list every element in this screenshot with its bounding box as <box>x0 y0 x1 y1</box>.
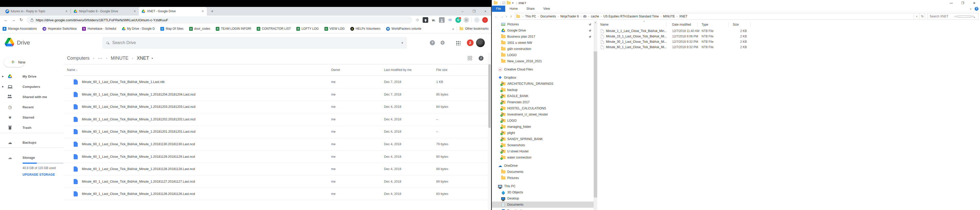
search-options-caret-icon[interactable]: ▾ <box>401 41 403 45</box>
chevron-right-icon[interactable]: ▶ <box>2 75 4 78</box>
drive-file-row[interactable]: Minute_60_1_Last_Close_Tick_BidAsk_Minut… <box>64 163 491 175</box>
bookmark-lofty-log[interactable]: LOFTY LOG <box>296 27 318 31</box>
bookmark-my-drive-google-d[interactable]: My Drive - Google D <box>122 27 155 30</box>
tree-item-pictures[interactable]: Pictures <box>492 175 594 181</box>
tree-item-financials-2017[interactable]: ✓ Financials 2017 <box>492 99 594 105</box>
grid-view-toggle-icon[interactable] <box>468 56 472 60</box>
bookmark-manage-associations[interactable]: AManage Associations <box>3 27 37 31</box>
bookmark-hoperator-switchboa[interactable]: ⊘Hoperator Switchboa <box>43 27 76 31</box>
drive-file-row[interactable]: Minute_60_1_Last_Close_Tick_BidAsk_Minut… <box>64 175 491 188</box>
reload-button[interactable]: ↻ <box>18 17 25 23</box>
tree-scrollbar-thumb[interactable] <box>594 51 597 197</box>
bookmark-map-of-sites[interactable]: ≡Map Of Sites <box>160 27 183 31</box>
tree-item-logo[interactable]: LOGO <box>492 52 594 58</box>
bookmark-helpx-volunteers[interactable]: xHELPx Volunteers <box>350 27 380 31</box>
explorer-recent-dropdown-icon[interactable]: ∨ <box>505 15 508 18</box>
column-separator[interactable] <box>750 22 751 27</box>
drive-file-row[interactable]: Minute_60_1_Last_Close_Tick_BidAsk_Minut… <box>64 88 491 101</box>
drive-search-box[interactable]: Search Drive ▾ <box>102 37 407 49</box>
explorer-column-name[interactable]: Name <box>600 23 608 26</box>
bookmark-homebase-schedul[interactable]: hHomebase - Schedul <box>82 27 116 31</box>
lightbulb-extension-icon[interactable] <box>423 17 428 23</box>
tab-close-icon[interactable]: × <box>133 9 137 13</box>
sidebar-item-my-drive[interactable]: ▶ My Drive <box>0 71 64 82</box>
new-button[interactable]: New <box>4 58 24 67</box>
address-dropdown-icon[interactable]: ∨ <box>914 13 920 20</box>
explorer-forward-button[interactable]: → <box>499 14 505 18</box>
ribbon-collapse-icon[interactable]: ∨ <box>970 7 972 10</box>
explorer-help-icon[interactable]: ? <box>975 7 978 11</box>
drive-file-row[interactable]: Minute_60_1_Last_Close_Tick_BidAsk_Minut… <box>64 76 491 88</box>
address-bar[interactable]: https://drive.google.com/drive/u/0/folde… <box>27 16 412 24</box>
mail-extension-icon[interactable]: ✉ <box>447 17 453 23</box>
breadcrumb-segment[interactable]: ··· <box>98 56 102 61</box>
address-separator-icon[interactable]: › <box>587 15 590 18</box>
back-button[interactable]: ← <box>3 17 9 23</box>
tab-close-icon[interactable]: × <box>64 9 68 13</box>
drive-logo[interactable]: Drive <box>0 38 64 47</box>
breadcrumb-caret-icon[interactable]: ▾ <box>152 57 153 60</box>
quick-access-caret-icon[interactable]: ▾ <box>512 1 514 5</box>
tree-item-documents[interactable]: Documents <box>492 169 594 175</box>
tree-item-desktop[interactable]: Desktop <box>492 196 594 202</box>
address-segment[interactable]: cache <box>590 14 600 18</box>
sidebar-item-storage[interactable]: ☁ Storage <box>0 152 64 163</box>
sidebar-item-shared-with-me[interactable]: Shared with me <box>0 92 64 102</box>
address-separator-icon[interactable]: › <box>537 15 540 18</box>
explorer-up-button[interactable]: ↑ <box>508 14 514 18</box>
address-separator-icon[interactable]: › <box>557 15 559 18</box>
address-refresh-icon[interactable]: ↻ <box>920 13 925 20</box>
grammarly-extension-icon[interactable]: G <box>455 17 461 23</box>
drive-file-row[interactable]: Minute_60_1_Last_Close_Tick_BidAsk_Minut… <box>64 101 491 113</box>
new-tab-button[interactable]: + <box>209 8 216 14</box>
tree-item-1931-u-street-nw[interactable]: 1931 u street NW <box>492 40 594 46</box>
explorer-column-date-modified[interactable]: Date modified <box>672 23 691 26</box>
bookmark-contractor-list[interactable]: CONTRACTOR LIST <box>257 27 291 31</box>
address-segment[interactable]: US Equities RTH.Eastern Standard Time <box>603 14 660 18</box>
chevron-right-icon[interactable]: ▶ <box>2 85 4 88</box>
tree-item-hostel-calculations[interactable]: ✓ HOSTEL_CALCULATIONS <box>492 105 594 111</box>
bookmark-door-codes[interactable]: door_codes <box>189 27 210 31</box>
breadcrumb-segment[interactable]: MINUTE <box>111 56 128 61</box>
menu-share[interactable]: Share <box>522 6 539 12</box>
browser-restore-button[interactable]: ❐ <box>468 9 480 14</box>
sidebar-item-backups[interactable]: ☁ Backups <box>0 137 64 147</box>
column-name[interactable]: Name ↓ <box>67 68 78 72</box>
explorer-file-row[interactable]: Minute_60_1_Last_Close_Tick_BidAsk_Mi...… <box>597 45 980 50</box>
settings-button[interactable]: ⚙ <box>438 38 448 48</box>
tree-item-business-plan-2017[interactable]: Business plan 2017 <box>492 34 594 40</box>
explorer-file-row[interactable]: Minute_1_1_Last_Close_Tick_BidAsk_Min...… <box>597 29 980 34</box>
drive-file-row[interactable]: Minute_60_1_Last_Close_Tick_BidAsk_Minut… <box>64 151 491 163</box>
explorer-file-row[interactable]: Minute_30_1_Last_Close_Tick_BidAsk_Mi...… <box>597 39 980 45</box>
forward-button[interactable]: → <box>10 17 17 23</box>
breadcrumb-segment[interactable]: Computers <box>67 56 89 61</box>
bookmarks-overflow-button[interactable]: » <box>452 27 454 31</box>
address-separator-icon[interactable]: › <box>600 15 603 18</box>
address-segment[interactable]: This PC <box>524 14 537 18</box>
explorer-restore-button[interactable]: ❐ <box>957 0 969 6</box>
tree-item-pictures[interactable]: Pictures <box>492 21 594 27</box>
explorer-back-button[interactable]: ← <box>493 14 499 18</box>
drive-file-row[interactable]: Minute_60_1_Last_Close_Tick_BidAsk_Minut… <box>64 113 491 126</box>
notifications-button[interactable]: 2 <box>465 38 475 48</box>
account-button[interactable] <box>475 38 485 48</box>
address-segment[interactable]: db <box>582 14 587 18</box>
tree-item-sandy-spring-bank[interactable]: ✓ SANDY_SPRING_BANK <box>492 136 594 142</box>
sidebar-item-computers[interactable]: ▶Computers <box>0 82 64 92</box>
address-separator-icon[interactable]: › <box>660 15 662 18</box>
bookmark-star-icon[interactable]: ☆ <box>414 17 421 23</box>
tree-item-new-lease-2018-2021[interactable]: New_Lease_2018_2021 <box>492 58 594 64</box>
explorer-close-button[interactable]: ✕ <box>969 0 980 6</box>
browser-minimize-button[interactable]: – <box>457 9 468 14</box>
sidebar-item-trash[interactable]: Trash <box>0 122 64 133</box>
tree-item-logo[interactable]: ✓ LOGO <box>492 117 594 124</box>
drive-file-row[interactable]: Minute_60_1_Last_Close_Tick_BidAsk_Minut… <box>64 188 491 200</box>
upgrade-storage-link[interactable]: UPGRADE STORAGE <box>22 173 64 176</box>
funnel-extension-icon[interactable]: ▽ <box>474 17 480 23</box>
explorer-minimize-button[interactable]: — <box>945 0 957 6</box>
w-extension-icon[interactable]: w. <box>431 17 436 23</box>
tree-item-eagle-bank[interactable]: ✓ EAGLE_BANK <box>492 93 594 99</box>
red-arrow-extension-icon[interactable]: ↑ <box>482 17 488 23</box>
menu-home[interactable]: Home <box>505 6 522 12</box>
tree-item-u-street-hostel[interactable]: ✓ U street Hostel <box>492 148 594 154</box>
